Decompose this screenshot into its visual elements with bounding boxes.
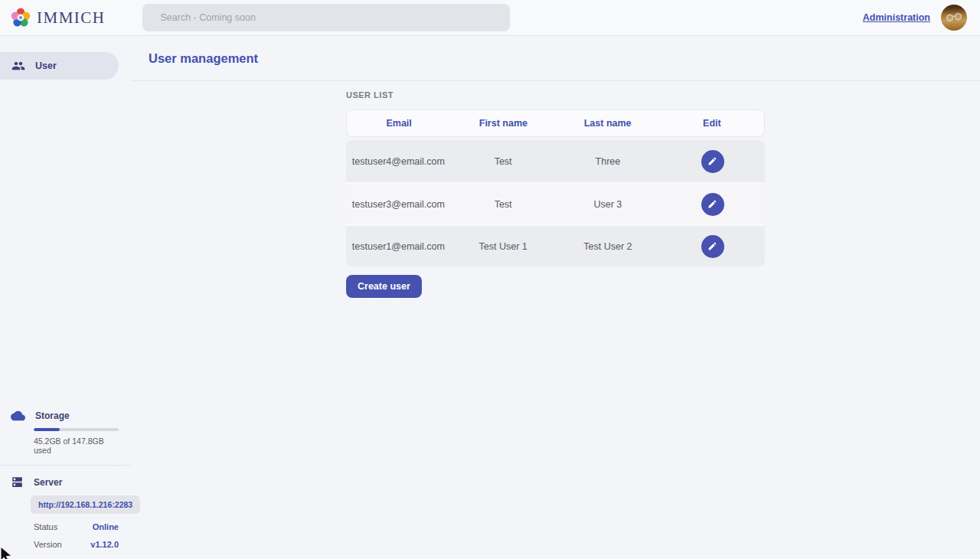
main-panel: User management USER LIST EmailFirst nam… [131,36,980,558]
column-header: Email [347,118,451,129]
column-header: Last name [556,118,660,129]
pencil-icon [707,241,717,251]
edit-user-button[interactable] [701,150,724,173]
sidebar: User Storage 45.2GB of 147.8GB used Serv… [0,36,131,558]
server-row-value: Online [93,522,119,531]
server-info-rows: StatusOnlineVersionv1.12.0 [11,522,119,549]
app-logo[interactable]: IMMICH [11,8,106,28]
page-title: User management [149,51,258,66]
nav-right: Administration [863,5,967,31]
cell-edit [660,150,765,173]
pencil-icon [707,199,717,209]
sidebar-item-user[interactable]: User [0,52,119,80]
cell-edit [660,193,765,216]
server-title: Server [34,477,62,488]
column-header: First name [451,118,555,129]
server-url-badge: http://192.168.1.216:2283 [31,495,140,514]
server-section-header: Server [11,476,119,489]
sidebar-divider [0,465,131,466]
table-row: testuser4@email.comTestThree [346,140,765,182]
sidebar-item-label: User [35,60,57,71]
cell-first-name: Test [451,199,556,210]
storage-usage-text: 45.2GB of 147.8GB used [34,436,119,455]
cell-first-name: Test User 1 [451,241,556,252]
server-row-label: Version [34,540,62,549]
storage-progress-fill [34,428,60,431]
section-title: USER LIST [346,90,765,100]
page-title-row: User management [131,36,980,81]
user-list-section: USER LIST EmailFirst nameLast nameEdit t… [346,90,765,298]
storage-title: Storage [35,410,70,421]
cell-edit [660,235,765,258]
table-row: testuser3@email.comTestUser 3 [346,182,765,224]
user-avatar[interactable] [941,5,967,31]
server-row-label: Status [34,522,57,531]
cell-last-name: Test User 2 [556,241,661,252]
server-row-status: StatusOnline [34,522,119,531]
top-nav: IMMICH Administration [0,0,980,36]
cell-email: testuser1@email.com [346,241,451,252]
edit-user-button[interactable] [701,235,724,258]
search-input[interactable] [161,12,492,23]
table-body: testuser4@email.comTestThreetestuser3@em… [346,140,765,266]
cloud-icon [11,410,25,422]
cell-email: testuser4@email.com [346,156,451,167]
storage-section-header: Storage [11,410,119,422]
immich-flower-icon [11,8,31,28]
column-header: Edit [660,118,764,129]
table-row: testuser1@email.comTest User 1Test User … [346,224,765,266]
create-user-button[interactable]: Create user [346,275,422,298]
server-row-value: v1.12.0 [90,540,119,549]
edit-user-button[interactable] [701,193,724,216]
cell-last-name: Three [556,156,661,167]
cell-last-name: User 3 [556,199,661,210]
cell-first-name: Test [451,156,556,167]
table-header: EmailFirst nameLast nameEdit [346,110,765,137]
search-bar[interactable] [142,4,510,31]
users-icon [11,59,25,73]
server-row-version: Versionv1.12.0 [34,540,119,549]
administration-link[interactable]: Administration [863,12,930,23]
app-logo-text: IMMICH [37,8,106,28]
cell-email: testuser3@email.com [346,199,451,210]
pencil-icon [707,156,717,166]
glasses-icon [945,11,962,22]
storage-progress-bar [34,428,119,431]
sidebar-footer: Storage 45.2GB of 147.8GB used Server ht… [0,410,131,558]
server-icon [11,476,24,489]
